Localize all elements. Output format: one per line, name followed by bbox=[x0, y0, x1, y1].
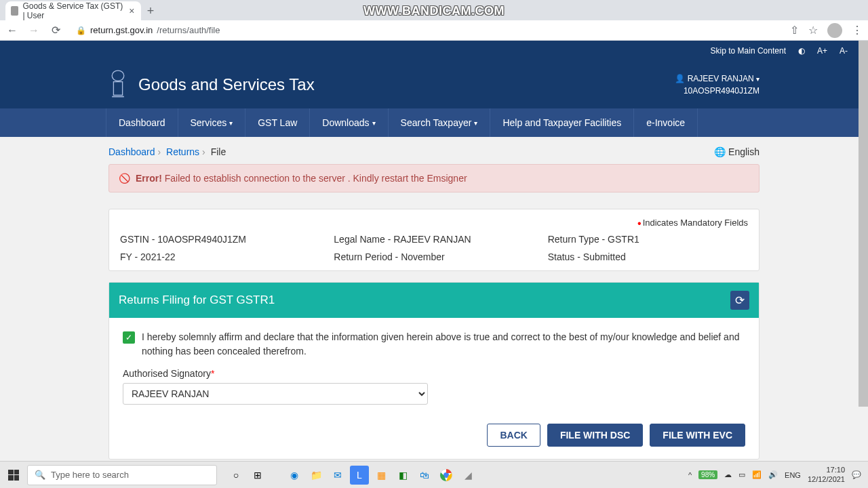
info-return-type: Return Type - GSTR1 bbox=[548, 234, 748, 245]
font-decrease[interactable]: A- bbox=[840, 46, 848, 56]
nav-search-label: Search Taxpayer bbox=[401, 117, 472, 128]
font-increase[interactable]: A+ bbox=[817, 46, 827, 56]
store-icon[interactable]: 🛍 bbox=[415, 466, 434, 485]
share-icon[interactable]: ⇧ bbox=[790, 24, 799, 37]
clock-date: 12/12/2021 bbox=[808, 475, 845, 484]
language-label: English bbox=[728, 146, 760, 157]
crumb-file: File bbox=[211, 146, 226, 157]
watermark: WWW.BANDICAM.COM bbox=[363, 4, 505, 18]
info-panel: •Indicates Mandatory Fields GSTIN - 10AO… bbox=[108, 209, 760, 271]
taskview-icon[interactable]: ⊞ bbox=[248, 466, 267, 485]
clock-time: 17:10 bbox=[808, 466, 845, 474]
filing-header: Returns Filing for GST GSTR1 ⟳ bbox=[109, 283, 759, 318]
bookmark-icon[interactable]: ☆ bbox=[808, 24, 818, 37]
info-fy: FY - 2021-22 bbox=[120, 251, 320, 262]
error-title: Error! bbox=[136, 173, 162, 184]
notifications-icon[interactable]: 💬 bbox=[852, 470, 861, 479]
site-header: Goods and Services Tax 👤 RAJEEV RANJAN ▾… bbox=[0, 61, 868, 108]
filing-title: Returns Filing for GST GSTR1 bbox=[119, 293, 275, 307]
cortana-icon[interactable]: ○ bbox=[226, 466, 245, 485]
nav-services[interactable]: Services▾ bbox=[178, 108, 246, 137]
taskbar: 🔍 Type here to search ○ ⊞ ◉ 📁 ✉ L ▦ ◧ 🛍 … bbox=[0, 461, 868, 488]
taskbar-search[interactable]: 🔍 Type here to search bbox=[27, 465, 217, 485]
start-button[interactable] bbox=[0, 462, 27, 489]
info-grid: GSTIN - 10AOSPR4940J1ZM Legal Name - RAJ… bbox=[120, 234, 748, 262]
explorer-icon[interactable]: 📁 bbox=[307, 466, 326, 485]
app-icon-grey[interactable]: ◢ bbox=[458, 466, 477, 485]
windows-icon bbox=[8, 470, 19, 481]
cloud-icon[interactable]: ☁ bbox=[724, 470, 732, 479]
nav-help[interactable]: Help and Taxpayer Facilities bbox=[490, 108, 634, 137]
menu-icon[interactable]: ⋮ bbox=[852, 24, 863, 37]
crumb-dashboard[interactable]: Dashboard bbox=[108, 146, 155, 157]
back-icon[interactable]: ← bbox=[5, 24, 19, 37]
button-row: BACK FILE WITH DSC FILE WITH EVC bbox=[123, 424, 745, 447]
network-icon[interactable]: ▭ bbox=[738, 470, 745, 479]
page: Skip to Main Content ◐ A+ A- Goods and S… bbox=[0, 41, 868, 461]
tab-title: Goods & Service Tax (GST) | User bbox=[22, 1, 123, 20]
mail-icon[interactable]: ✉ bbox=[328, 466, 347, 485]
emblem-icon bbox=[108, 70, 127, 100]
new-tab-button[interactable]: + bbox=[141, 1, 160, 20]
error-icon: 🚫 bbox=[119, 173, 130, 184]
profile-icon[interactable] bbox=[827, 23, 842, 38]
filing-panel: Returns Filing for GST GSTR1 ⟳ ✓ I hereb… bbox=[108, 282, 760, 460]
refresh-button[interactable]: ⟳ bbox=[730, 291, 749, 310]
wifi-icon[interactable]: 📶 bbox=[752, 470, 762, 479]
breadcrumb: Dashboard› Returns› File bbox=[108, 146, 226, 157]
taskbar-apps: ○ ⊞ ◉ 📁 ✉ L ▦ ◧ 🛍 ◢ bbox=[226, 466, 477, 485]
volume-icon[interactable]: 🔊 bbox=[768, 470, 778, 479]
tab-close-icon[interactable]: × bbox=[128, 6, 136, 16]
signatory-select[interactable]: RAJEEV RANJAN bbox=[123, 383, 428, 405]
svg-point-0 bbox=[112, 70, 124, 81]
url-domain: return.gst.gov.in bbox=[90, 25, 153, 35]
tab-favicon bbox=[11, 6, 18, 16]
contrast-icon[interactable]: ◐ bbox=[798, 46, 805, 56]
nav-downloads-label: Downloads bbox=[322, 117, 369, 128]
tray-chevron-icon[interactable]: ^ bbox=[688, 471, 692, 479]
clock[interactable]: 17:10 12/12/2021 bbox=[808, 466, 845, 483]
back-button[interactable]: BACK bbox=[487, 424, 540, 447]
app-icon-l[interactable]: L bbox=[350, 466, 369, 485]
globe-icon: 🌐 bbox=[714, 146, 726, 157]
content-area: Dashboard› Returns› File 🌐 English 🚫 Err… bbox=[0, 137, 868, 461]
user-block: 👤 RAJEEV RANJAN ▾ 10AOSPR4940J1ZM bbox=[675, 73, 760, 97]
crumb-returns[interactable]: Returns bbox=[166, 146, 199, 157]
url-path: /returns/auth/file bbox=[157, 25, 220, 35]
taskbar-separator bbox=[270, 466, 282, 485]
file-evc-button[interactable]: FILE WITH EVC bbox=[650, 424, 745, 447]
browser-tab[interactable]: Goods & Service Tax (GST) | User × bbox=[5, 1, 141, 20]
app-icon-green[interactable]: ◧ bbox=[393, 466, 412, 485]
nav-gstlaw[interactable]: GST Law bbox=[245, 108, 310, 137]
chrome-icon[interactable] bbox=[437, 466, 456, 485]
address-bar[interactable]: 🔒 return.gst.gov.in/returns/auth/file bbox=[71, 25, 782, 35]
info-period: Return Period - November bbox=[334, 251, 534, 262]
error-message: Failed to establish connection to the se… bbox=[165, 173, 467, 184]
nav-dashboard[interactable]: Dashboard bbox=[106, 108, 178, 137]
language-indicator[interactable]: ENG bbox=[785, 471, 801, 479]
page-scrollbar[interactable] bbox=[859, 41, 868, 461]
app-icon-orange[interactable]: ▦ bbox=[372, 466, 391, 485]
nav-dashboard-label: Dashboard bbox=[119, 117, 165, 128]
edge-icon[interactable]: ◉ bbox=[285, 466, 304, 485]
main-nav: Dashboard Services▾ GST Law Downloads▾ S… bbox=[0, 108, 868, 137]
nav-help-label: Help and Taxpayer Facilities bbox=[502, 117, 621, 128]
reload-icon[interactable]: ⟳ bbox=[49, 24, 62, 37]
filing-body: ✓ I hereby solemnly affirm and declare t… bbox=[109, 318, 759, 459]
declaration-text: I hereby solemnly affirm and declare tha… bbox=[142, 330, 745, 359]
declaration-checkbox[interactable]: ✓ bbox=[123, 331, 135, 344]
language-selector[interactable]: 🌐 English bbox=[714, 146, 760, 157]
browser-toolbar: ← → ⟳ 🔒 return.gst.gov.in/returns/auth/f… bbox=[0, 20, 868, 41]
svg-rect-1 bbox=[113, 82, 122, 96]
nav-downloads[interactable]: Downloads▾ bbox=[310, 108, 388, 137]
file-dsc-button[interactable]: FILE WITH DSC bbox=[547, 424, 643, 447]
nav-search-taxpayer[interactable]: Search Taxpayer▾ bbox=[389, 108, 491, 137]
user-menu[interactable]: 👤 RAJEEV RANJAN ▾ bbox=[675, 73, 760, 85]
forward-icon[interactable]: → bbox=[27, 24, 41, 37]
battery-indicator[interactable]: 98% bbox=[698, 470, 717, 479]
info-status: Status - Submitted bbox=[548, 251, 748, 262]
info-gstin: GSTIN - 10AOSPR4940J1ZM bbox=[120, 234, 320, 245]
nav-einvoice[interactable]: e-Invoice bbox=[634, 108, 698, 137]
scrollbar-thumb[interactable] bbox=[859, 41, 868, 407]
skip-link[interactable]: Skip to Main Content bbox=[711, 46, 786, 56]
